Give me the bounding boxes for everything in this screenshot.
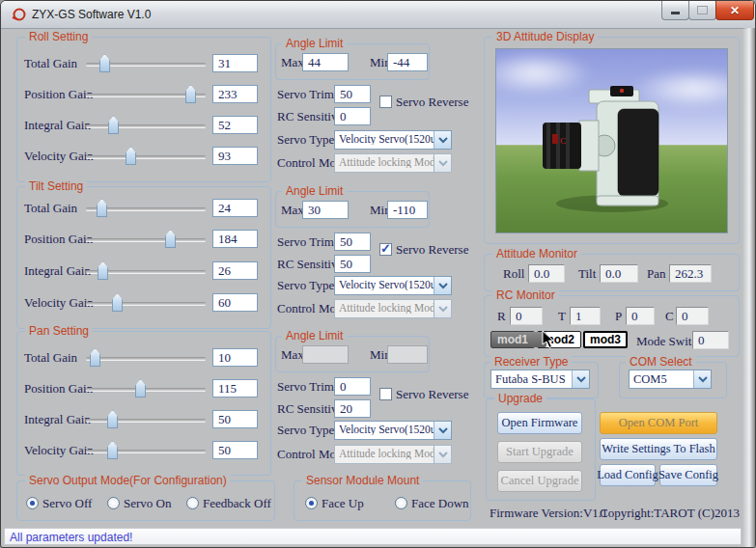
tilt-rc-sensitivity-input[interactable]: 50 [334,255,371,273]
start-upgrade-button: Start Upgrade [497,441,582,463]
pan-servo-type-select[interactable]: Velocity Servo(1520um) [334,421,452,440]
tilt-max-input[interactable]: 30 [302,201,349,219]
roll-servo-type-select[interactable]: Velocity Servo(1520um) [334,130,452,150]
face-up-label: Face Up [322,496,364,511]
servo-off-radio[interactable] [26,497,39,509]
mouse-cursor [542,330,555,349]
upgrade-title: Upgrade [494,392,546,405]
attitude-display-group: 3D Attitude Display C [484,37,740,244]
chevron-down-icon[interactable] [572,370,589,388]
tilt-servo-reverse-label: Servo Reverse [396,242,468,258]
pan-velocity-gain-value[interactable]: 50 [212,441,258,459]
tilt-servo-reverse-checkbox[interactable] [379,243,392,256]
roll-servo-type-label: Servo Type [277,132,334,148]
tilt-position-gain-slider[interactable] [86,230,206,249]
roll-position-gain-value[interactable]: 233 [212,85,258,103]
tilt-servo-type-select[interactable]: Velocity Servo(1520um) [334,276,452,295]
roll-total-gain-slider[interactable] [86,54,206,73]
window-frame-edge [742,28,755,547]
roll-setting-title: Roll Setting [25,30,92,43]
rc-t-label: T [558,309,566,324]
receiver-type-title: Receiver Type [490,355,572,369]
roll-total-gain-label: Total Gain [24,56,77,71]
chevron-down-icon[interactable] [693,370,711,388]
roll-integral-gain-value[interactable]: 52 [212,116,258,134]
roll-total-gain-value[interactable]: 31 [212,54,258,72]
pan-integral-gain-value[interactable]: 50 [212,410,258,428]
tilt-integral-gain-value[interactable]: 26 [212,261,258,280]
pan-servo-reverse-checkbox[interactable] [379,388,392,400]
tilt-position-gain-value[interactable]: 184 [212,230,258,248]
pan-position-gain-slider[interactable] [86,379,206,398]
chevron-down-icon [434,154,451,172]
pan-servo-trim-input[interactable]: 0 [334,377,371,396]
pan-integral-gain-slider[interactable] [86,410,206,429]
pan-velocity-gain-label: Velocity Gain [24,443,94,458]
roll-servo-trim-input[interactable]: 50 [334,85,371,103]
attitude-monitor-title: Attitude Monitor [492,247,581,260]
status-bar: All parameters updated! [4,528,742,545]
face-down-radio[interactable] [395,497,407,509]
feedback-off-label: Feedback Off [203,496,271,511]
tilt-integral-gain-slider[interactable] [86,261,206,281]
monitor-tilt-label: Tilt [578,266,596,282]
tilt-max-label: Max [281,203,304,218]
pan-rc-sensitivity-input[interactable]: 20 [334,399,371,418]
tilt-velocity-gain-slider[interactable] [86,293,206,313]
feedback-off-radio[interactable] [186,497,199,509]
pan-total-gain-value[interactable]: 10 [212,348,258,367]
pan-position-gain-value[interactable]: 115 [212,379,258,397]
tilt-control-mode-select: Attitude locking Mode [334,299,452,318]
roll-velocity-gain-value[interactable]: 93 [212,147,258,165]
roll-control-mode-select: Attitude locking Mode [334,153,452,173]
roll-position-gain-slider[interactable] [86,85,206,104]
roll-rc-sensitivity-input[interactable]: 0 [334,107,371,125]
roll-servo-trim-label: Servo Trim [277,87,334,102]
roll-integral-gain-slider[interactable] [86,116,206,135]
servo-on-radio[interactable] [107,497,120,509]
roll-max-label: Max [281,55,304,70]
pan-servo-type-label: Servo Type [277,423,334,438]
title-bar[interactable]: ZYX-GS Software V1.0 ✕ [1,1,755,29]
open-firmware-button[interactable]: Open Firmware [497,412,582,434]
save-config-button[interactable]: Save Config [659,464,717,486]
rc-t-value: 1 [570,307,601,325]
pan-total-gain-label: Total Gain [24,350,77,366]
minimize-button[interactable] [661,1,689,20]
chevron-down-icon[interactable] [434,277,451,294]
roll-min-input[interactable]: -44 [387,53,428,71]
write-settings-button[interactable]: Write Settings To Flash [600,438,717,460]
rc-c-label: C [665,309,674,324]
pan-control-mode-select: Attitude locking Mode [334,445,452,464]
tilt-servo-trim-input[interactable]: 50 [334,233,371,251]
pan-total-gain-slider[interactable] [86,348,206,368]
receiver-type-select[interactable]: Futaba S-BUS [490,370,590,389]
pan-integral-gain-label: Integral Gain [24,412,91,427]
chevron-down-icon[interactable] [434,422,451,439]
app-window: ZYX-GS Software V1.0 ✕ Roll Setting Tota… [0,0,756,548]
roll-servo-reverse-checkbox[interactable] [379,96,392,108]
load-config-button[interactable]: Load Config [600,464,656,486]
rc-p-value: 0 [626,307,655,325]
roll-position-gain-label: Position Gain [24,87,93,102]
roll-max-input[interactable]: 44 [302,53,349,71]
com-select-dropdown[interactable]: COM5 [629,370,712,389]
pan-velocity-gain-slider[interactable] [86,441,206,460]
face-up-radio[interactable] [305,497,318,509]
tilt-total-gain-value[interactable]: 24 [212,199,258,217]
mod1-button[interactable]: mod1 [490,331,535,348]
pan-setting-title: Pan Setting [25,324,93,338]
tilt-total-gain-slider[interactable] [86,199,206,218]
tilt-servo-type-label: Servo Type [277,278,334,293]
maximize-button [688,1,716,20]
tilt-min-input[interactable]: -110 [387,201,428,219]
mod3-button[interactable]: mod3 [583,331,628,348]
pan-angle-limit-title: Angle Limit [282,329,347,342]
tilt-angle-limit-title: Angle Limit [282,184,347,198]
roll-servo-reverse-label: Servo Reverse [396,95,468,110]
open-com-port-button[interactable]: Open COM Port [600,412,717,434]
roll-velocity-gain-slider[interactable] [86,147,206,166]
close-button[interactable]: ✕ [715,1,754,20]
chevron-down-icon[interactable] [434,131,451,149]
tilt-velocity-gain-value[interactable]: 60 [212,293,258,312]
